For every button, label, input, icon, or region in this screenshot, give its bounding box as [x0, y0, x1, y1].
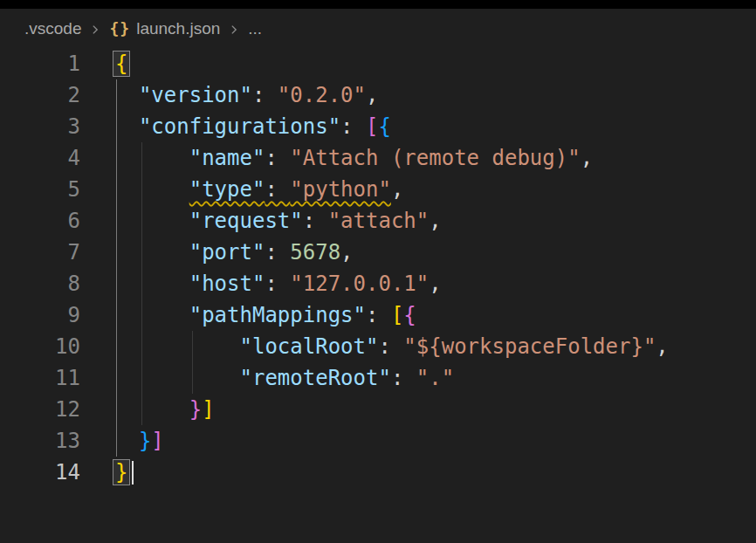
code-text: { — [80, 48, 129, 79]
code-line[interactable]: 2 "version": "0.2.0", — [0, 79, 756, 111]
code-text: "pathMappings": [{ — [80, 299, 416, 331]
code-text: }] — [80, 425, 164, 457]
line-number[interactable]: 2 — [0, 79, 80, 111]
code-token: "${workspaceFolder}" — [403, 334, 656, 359]
line-number[interactable]: 12 — [0, 394, 80, 425]
code-token: "pathMappings" — [189, 303, 366, 327]
code-text: "request": "attach", — [80, 205, 442, 237]
code-text: "remoteRoot": "." — [80, 362, 454, 394]
breadcrumb-folder-label: .vscode — [24, 19, 81, 38]
code-line[interactable]: 10 "localRoot": "${workspaceFolder}", — [0, 331, 756, 362]
code-token: "." — [416, 366, 454, 390]
code-token: "Attach (remote debug)" — [290, 146, 580, 170]
code-token — [113, 177, 189, 202]
code-line[interactable]: 9 "pathMappings": [{ — [0, 299, 756, 331]
breadcrumb-folder[interactable]: .vscode — [24, 19, 81, 38]
line-number[interactable]: 13 — [0, 425, 80, 457]
code-text: "type": "python", — [80, 174, 403, 205]
matched-bracket: { — [113, 52, 129, 76]
code-token: : — [265, 177, 290, 202]
chevron-right-icon — [89, 24, 101, 36]
line-number[interactable]: 3 — [0, 111, 80, 142]
code-token: "port" — [189, 240, 265, 265]
code-line[interactable]: 3 "configurations": [{ — [0, 111, 756, 142]
line-number[interactable]: 9 — [0, 299, 80, 331]
code-line[interactable]: 6 "request": "attach", — [0, 205, 756, 237]
code-token — [113, 397, 189, 422]
code-token: { — [403, 303, 416, 327]
line-number[interactable]: 14 — [0, 457, 80, 488]
code-token: : — [265, 146, 290, 170]
code-token: : — [366, 303, 391, 327]
line-number[interactable]: 8 — [0, 268, 80, 299]
code-token: , — [391, 177, 403, 202]
code-token: 5678 — [290, 240, 340, 265]
breadcrumb-file[interactable]: {} launch.json — [109, 19, 220, 38]
code-token: , — [429, 209, 441, 233]
code-token: [ — [391, 303, 403, 327]
code-line[interactable]: 8 "host": "127.0.0.1", — [0, 268, 756, 299]
code-area[interactable]: 1{2 "version": "0.2.0",3 "configurations… — [0, 48, 756, 488]
code-token: : — [303, 209, 328, 233]
line-number[interactable]: 11 — [0, 362, 80, 394]
breadcrumb-file-label: launch.json — [136, 19, 220, 38]
code-text: "name": "Attach (remote debug)", — [80, 142, 593, 174]
line-number[interactable]: 1 — [0, 48, 80, 79]
code-token: , — [366, 83, 378, 107]
code-token: "python" — [290, 177, 391, 202]
code-token — [113, 146, 189, 170]
code-token: : — [265, 240, 290, 265]
line-number[interactable]: 4 — [0, 142, 80, 174]
code-token: , — [340, 240, 353, 265]
code-text: "port": 5678, — [80, 237, 354, 268]
line-number[interactable]: 10 — [0, 331, 80, 362]
code-token: "version" — [139, 83, 252, 107]
code-line[interactable]: 14} — [0, 457, 756, 488]
json-braces-icon: {} — [109, 19, 130, 38]
text-cursor — [132, 461, 134, 485]
code-token — [113, 272, 189, 296]
code-token: "remoteRoot" — [240, 366, 391, 390]
code-token: "host" — [189, 272, 265, 296]
code-token — [113, 303, 189, 327]
code-token: : — [391, 366, 416, 390]
code-token: : — [340, 114, 366, 139]
code-token — [113, 209, 189, 233]
chevron-right-icon — [228, 24, 240, 36]
code-token — [113, 240, 189, 265]
code-token: } — [139, 429, 151, 453]
code-text: "version": "0.2.0", — [80, 79, 378, 111]
code-token: "attach" — [328, 209, 430, 233]
code-token: "0.2.0" — [278, 83, 366, 107]
code-token — [113, 366, 240, 390]
code-token: "localRoot" — [240, 334, 379, 359]
line-number[interactable]: 6 — [0, 205, 80, 237]
line-number[interactable]: 5 — [0, 174, 80, 205]
code-token: : — [378, 334, 403, 359]
code-line[interactable]: 11 "remoteRoot": "." — [0, 362, 756, 394]
code-token: : — [265, 272, 290, 296]
code-line[interactable]: 13 }] — [0, 425, 756, 457]
code-token — [113, 114, 139, 139]
code-token: "configurations" — [139, 114, 340, 139]
window-top-edge — [0, 0, 756, 9]
code-line[interactable]: 4 "name": "Attach (remote debug)", — [0, 142, 756, 174]
code-line[interactable]: 5 "type": "python", — [0, 174, 756, 205]
code-text: }] — [80, 394, 215, 425]
code-token: , — [656, 334, 668, 359]
code-editor[interactable]: 1{2 "version": "0.2.0",3 "configurations… — [0, 48, 756, 488]
code-token: "type" — [189, 177, 265, 202]
code-line[interactable]: 7 "port": 5678, — [0, 237, 756, 268]
code-line[interactable]: 1{ — [0, 48, 756, 79]
code-line[interactable]: 12 }] — [0, 394, 756, 425]
code-token — [113, 429, 139, 453]
code-token: : — [252, 83, 278, 107]
line-number[interactable]: 7 — [0, 237, 80, 268]
code-token — [113, 334, 240, 359]
breadcrumb-symbol[interactable]: ... — [248, 19, 262, 38]
code-token: "request" — [189, 209, 303, 233]
code-token: ] — [202, 397, 214, 422]
matched-bracket: } — [113, 460, 129, 485]
code-token: , — [581, 146, 593, 170]
code-token: "127.0.0.1" — [290, 272, 429, 296]
